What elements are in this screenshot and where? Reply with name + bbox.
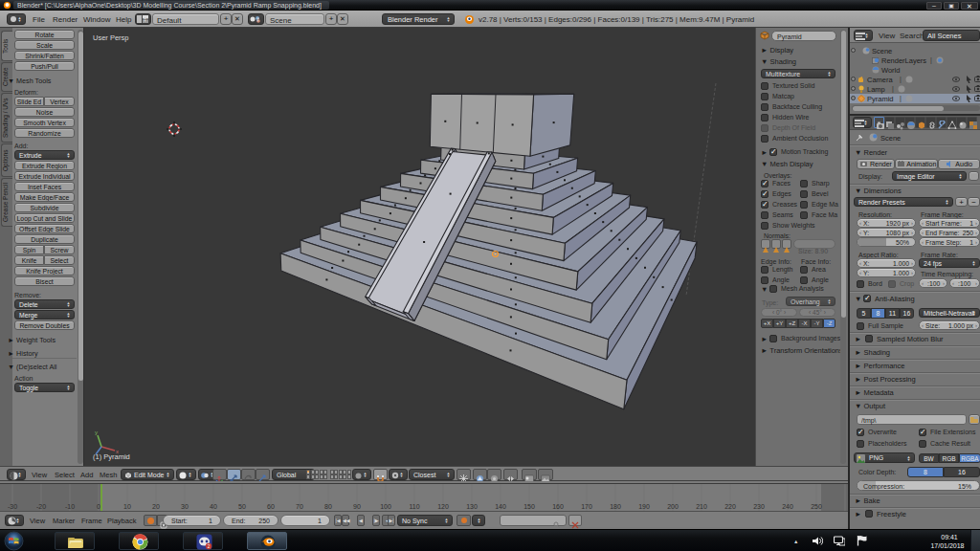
svg-text:y: y — [95, 430, 98, 435]
